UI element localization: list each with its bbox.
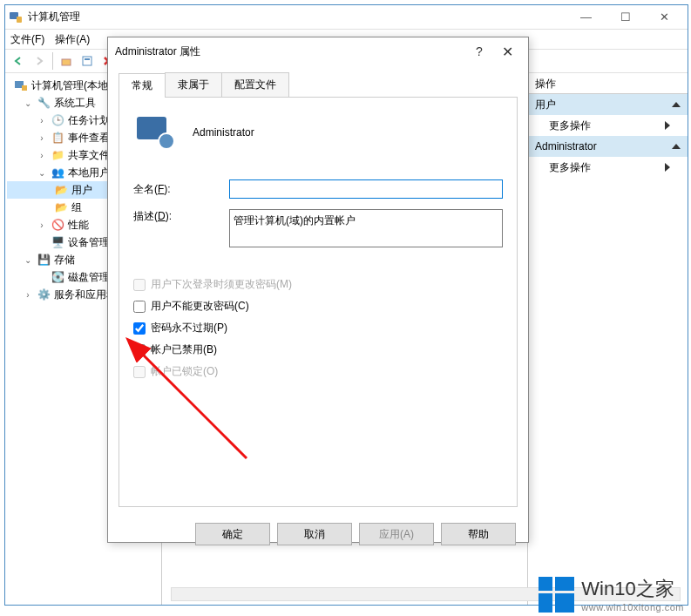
minimize-button[interactable]: —: [566, 6, 606, 29]
close-button[interactable]: ✕: [645, 6, 684, 29]
svg-rect-6: [22, 85, 27, 91]
actions-more-admin[interactable]: 更多操作: [528, 157, 688, 178]
description-input[interactable]: 管理计算机(域)的内置帐户: [229, 209, 503, 247]
menu-action[interactable]: 操作(A): [55, 32, 90, 47]
checkbox-locked-row: 帐户已锁定(O): [133, 364, 503, 379]
svg-rect-3: [83, 57, 91, 65]
collapse-icon: [672, 102, 681, 107]
checkbox-mustchange: [133, 279, 146, 291]
dialog-help-button[interactable]: ?: [465, 44, 493, 58]
actions-group-users[interactable]: 用户: [528, 94, 688, 115]
checkbox-cannotchange[interactable]: [133, 301, 146, 313]
submenu-icon: [665, 163, 670, 172]
app-icon: [9, 10, 23, 24]
dialog-title-text: Administrator 属性: [115, 44, 465, 59]
user-name: Administrator: [193, 126, 254, 139]
properties-dialog: Administrator 属性 ? ✕ 常规 隶属于 配置文件 Adminis…: [107, 37, 529, 543]
actions-group-admin[interactable]: Administrator: [528, 136, 688, 157]
properties-button[interactable]: [78, 51, 97, 71]
dialog-titlebar: Administrator 属性 ? ✕: [108, 37, 528, 65]
back-button[interactable]: [9, 51, 28, 71]
up-button[interactable]: [57, 51, 76, 71]
apply-button[interactable]: 应用(A): [359, 523, 434, 545]
watermark-url: www.win10xitong.com: [581, 602, 684, 613]
tab-general[interactable]: 常规: [119, 73, 166, 98]
watermark: Win10之家 www.win10xitong.com: [539, 576, 684, 613]
description-label: 描述(D):: [133, 209, 229, 224]
checkbox-neverexpire[interactable]: [133, 322, 146, 335]
checkbox-mustchange-row: 用户下次登录时须更改密码(M): [133, 277, 503, 292]
checkbox-disabled[interactable]: [133, 344, 146, 356]
checkbox-cannotchange-row[interactable]: 用户不能更改密码(C): [133, 299, 503, 314]
tab-panel-general: Administrator 全名(F): 描述(D): 管理计算机(域)的内置帐…: [119, 98, 518, 507]
actions-pane: 操作 用户 更多操作 Administrator 更多操作: [528, 73, 688, 605]
watermark-brand: Win10之家: [581, 576, 684, 602]
tab-profile[interactable]: 配置文件: [221, 72, 289, 97]
fullname-input[interactable]: [229, 179, 503, 199]
window-title: 计算机管理: [28, 10, 566, 24]
maximize-button[interactable]: ☐: [606, 6, 645, 29]
user-icon: [133, 112, 175, 153]
checkbox-disabled-row[interactable]: 帐户已禁用(B): [133, 342, 503, 357]
dialog-close-button[interactable]: ✕: [493, 44, 521, 60]
submenu-icon: [665, 121, 670, 130]
windows-logo-icon: [539, 577, 574, 613]
actions-more-users[interactable]: 更多操作: [528, 115, 688, 136]
titlebar: 计算机管理 — ☐ ✕: [5, 5, 688, 30]
dialog-buttons: 确定 取消 应用(A) 帮助: [108, 514, 528, 554]
ok-button[interactable]: 确定: [195, 523, 270, 545]
dialog-tabs: 常规 隶属于 配置文件: [119, 72, 518, 98]
fullname-label: 全名(F):: [133, 182, 229, 197]
collapse-icon: [672, 144, 681, 149]
checkbox-neverexpire-row[interactable]: 密码永不过期(P): [133, 321, 503, 335]
cancel-button[interactable]: 取消: [277, 523, 352, 545]
help-button[interactable]: 帮助: [441, 523, 516, 545]
svg-rect-4: [85, 58, 90, 60]
tab-memberof[interactable]: 隶属于: [165, 72, 222, 97]
menu-file[interactable]: 文件(F): [10, 32, 44, 47]
actions-header: 操作: [528, 73, 688, 94]
svg-rect-2: [62, 59, 71, 65]
checkbox-locked: [133, 366, 146, 378]
forward-button[interactable]: [30, 51, 49, 71]
svg-rect-1: [17, 17, 22, 23]
